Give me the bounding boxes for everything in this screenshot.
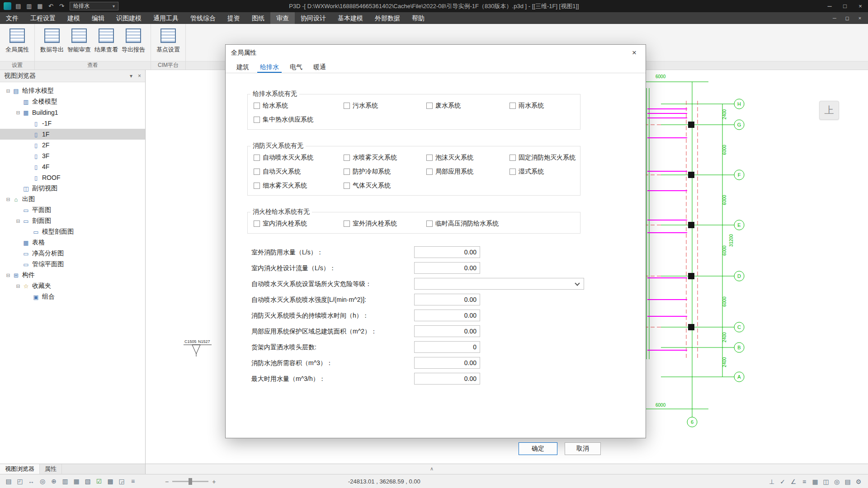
tree-node-12[interactable]: ⊟▭剖面图 xyxy=(0,216,145,226)
gear-icon[interactable]: ⚙ xyxy=(854,477,863,487)
checkbox-item-0-1[interactable]: 污水系统 xyxy=(344,102,426,110)
tree-node-13[interactable]: ▭模型剖面图 xyxy=(0,226,145,237)
hatch-icon[interactable]: ▧ xyxy=(83,476,93,486)
tree-node-11[interactable]: ▭平面图 xyxy=(0,205,145,216)
maximize-icon[interactable]: □ xyxy=(837,0,853,12)
tree-node-15[interactable]: ▭净高分析图 xyxy=(0,248,145,259)
checkbox-item-1-0[interactable]: 自动喷水灭火系统 xyxy=(254,154,344,162)
checkbox-item-2-0[interactable]: 室内消火栓系统 xyxy=(254,220,344,228)
child-close-icon[interactable]: × xyxy=(854,12,866,24)
checkbox-item-1-2[interactable]: 泡沫灭火系统 xyxy=(426,154,509,162)
chevron-down-icon[interactable]: ▾ xyxy=(130,73,132,79)
global-properties-button[interactable]: 全局属性 xyxy=(5,27,30,54)
cancel-button[interactable]: 取消 xyxy=(565,442,601,455)
checkbox-box[interactable] xyxy=(426,169,433,175)
tab-electrical[interactable]: 电气 xyxy=(284,61,308,73)
save-icon[interactable]: ▥ xyxy=(25,2,33,10)
checkbox-box[interactable] xyxy=(509,169,516,175)
checkbox-box[interactable] xyxy=(344,183,350,189)
undo-icon[interactable]: ↶ xyxy=(47,2,55,10)
ok-button[interactable]: 确定 xyxy=(519,442,557,455)
panel-tab-properties[interactable]: 属性 xyxy=(40,464,62,474)
checkbox-box[interactable] xyxy=(426,155,433,161)
tree-node-9[interactable]: ◫副切视图 xyxy=(0,183,145,194)
checkbox-item-1-6[interactable]: 局部应用系统 xyxy=(426,168,509,176)
local-area-input[interactable] xyxy=(414,325,480,337)
menu-item-basic-modeling[interactable]: 基本建模 xyxy=(332,12,369,24)
tree-node-8[interactable]: ▯ROOF xyxy=(0,172,145,183)
checkbox-item-1-5[interactable]: 防护冷却系统 xyxy=(344,168,426,176)
child-minimize-icon[interactable]: ─ xyxy=(828,12,841,24)
close-icon[interactable]: × xyxy=(628,47,640,59)
checkbox-box[interactable] xyxy=(509,103,516,109)
checkbox-item-1-8[interactable]: 细水雾灭火系统 xyxy=(254,182,344,190)
checkbox-box[interactable] xyxy=(344,221,350,227)
menu-item-collaboration[interactable]: 协同设计 xyxy=(295,12,332,24)
panel-tab-view-browser[interactable]: 视图浏览器 xyxy=(0,464,40,474)
tree-node-17[interactable]: ⊟⊞构件 xyxy=(0,270,145,281)
menu-item-project-settings[interactable]: 工程设置 xyxy=(24,12,61,24)
checkbox-box[interactable] xyxy=(426,221,433,227)
checkbox-item-2-1[interactable]: 室外消火栓系统 xyxy=(344,220,426,228)
menu-item-edit[interactable]: 编辑 xyxy=(86,12,110,24)
menu-item-external-data[interactable]: 外部数据 xyxy=(369,12,406,24)
checkbox-box[interactable] xyxy=(254,117,260,123)
grid-icon[interactable]: ▦ xyxy=(71,476,81,486)
tree-node-16[interactable]: ▭管综平面图 xyxy=(0,259,145,270)
tab-architecture[interactable]: 建筑 xyxy=(231,61,255,73)
menu-item-drawing-recognition[interactable]: 识图建模 xyxy=(110,12,147,24)
checkbox-item-1-7[interactable]: 湿式系统 xyxy=(509,168,577,176)
checkbox-box[interactable] xyxy=(344,103,350,109)
indoor-hydrant-flow-input[interactable] xyxy=(414,262,480,274)
child-restore-icon[interactable]: ◻ xyxy=(841,12,854,24)
tree-node-7[interactable]: ▯4F xyxy=(0,161,145,172)
zoom-slider-handle[interactable] xyxy=(189,478,192,485)
north-indicator[interactable]: 上 xyxy=(819,101,839,120)
model-view-icon[interactable]: ▩ xyxy=(105,476,115,486)
viewport-icon[interactable]: ◰ xyxy=(15,476,25,486)
data-export-button[interactable]: 数据导出 xyxy=(39,27,65,54)
tree-node-14[interactable]: ▦表格 xyxy=(0,237,145,248)
checkbox-item-1-4[interactable]: 自动灭火系统 xyxy=(254,168,344,176)
close-icon[interactable]: × xyxy=(138,73,141,79)
tree-node-6[interactable]: ▯3F xyxy=(0,150,145,161)
split-view-icon[interactable]: ◫ xyxy=(821,477,831,487)
menu-item-help[interactable]: 帮助 xyxy=(406,12,430,24)
checkbox-box[interactable] xyxy=(344,155,350,161)
zoom-slider[interactable] xyxy=(172,481,208,482)
checkbox-item-0-2[interactable]: 废水系统 xyxy=(426,102,509,110)
rack-sprinkler-layers-input[interactable] xyxy=(414,341,480,353)
tree-node-19[interactable]: ▣组合 xyxy=(0,291,145,302)
tree-node-1[interactable]: ▥全楼模型 xyxy=(0,96,145,107)
menu-item-review[interactable]: 审查 xyxy=(270,12,295,24)
minimize-icon[interactable]: ─ xyxy=(822,0,837,12)
redo-icon[interactable]: ↷ xyxy=(58,2,66,10)
menu-item-modeling[interactable]: 建模 xyxy=(61,12,86,24)
tree-node-0[interactable]: ⊟▤给排水模型 xyxy=(0,85,145,96)
menu-item-file[interactable]: 文件 xyxy=(0,12,24,24)
tree-node-3[interactable]: ▯-1F xyxy=(0,118,145,129)
max-hourly-water-input[interactable] xyxy=(414,373,480,385)
menu-item-sheets[interactable]: 图纸 xyxy=(246,12,270,24)
check-icon[interactable]: ✓ xyxy=(778,477,788,487)
export-report-button[interactable]: 导出报告 xyxy=(121,27,146,54)
checkbox-box[interactable] xyxy=(254,169,260,175)
table-icon[interactable]: ▤ xyxy=(843,477,853,487)
checkbox-item-1-9[interactable]: 气体灭火系统 xyxy=(344,182,426,190)
angle-icon[interactable]: ∠ xyxy=(788,477,798,487)
tree-node-5[interactable]: ▯2F xyxy=(0,140,145,150)
folder-icon[interactable]: ▦ xyxy=(36,2,44,10)
zoom-extents-icon[interactable]: ⊕ xyxy=(49,476,59,486)
checkbox-box[interactable] xyxy=(254,155,260,161)
checkbox-box[interactable] xyxy=(426,103,433,109)
menu-item-general-tools[interactable]: 通用工具 xyxy=(147,12,184,24)
orbit-icon[interactable]: ◎ xyxy=(38,476,47,486)
collapse-panel-button[interactable]: ∧ xyxy=(426,465,438,473)
base-point-settings-button[interactable]: 基点设置 xyxy=(156,27,181,54)
result-view-button[interactable]: 结果查看 xyxy=(94,27,119,54)
menu-item-submission[interactable]: 提资 xyxy=(222,12,246,24)
pan-icon[interactable]: ↔ xyxy=(26,476,36,486)
close-icon[interactable]: × xyxy=(853,0,868,12)
smart-review-button[interactable]: 智能审查 xyxy=(66,27,92,54)
zoom-out-icon[interactable]: − xyxy=(165,478,169,485)
